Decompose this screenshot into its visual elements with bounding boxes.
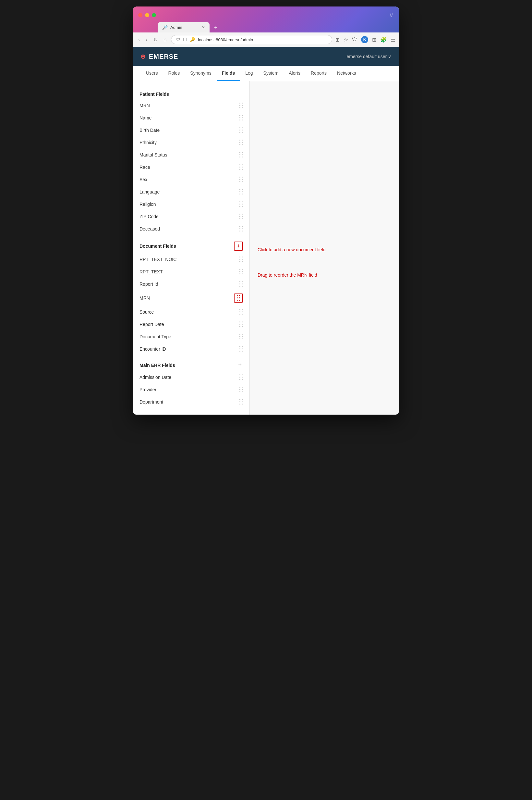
document-section-title: Document Fields <box>139 243 176 249</box>
address-bar[interactable]: 🛡 ☐ 🔑 localhost:8080/emerse/admin <box>171 35 332 44</box>
right-panel: Click to add a new document field Drag t… <box>250 81 399 415</box>
maximize-button[interactable] <box>152 13 156 17</box>
active-tab[interactable]: 🔎 Admin ✕ <box>158 22 210 33</box>
field-label: Marital Status <box>139 152 167 158</box>
drag-handle-icon[interactable] <box>240 334 243 340</box>
extensions2-icon[interactable]: 🧩 <box>380 37 387 43</box>
close-button[interactable] <box>138 13 142 17</box>
drag-handle-icon[interactable] <box>240 164 243 170</box>
browser-titlebar: ∨ 🔎 Admin ✕ + <box>133 6 399 33</box>
tab-users[interactable]: Users <box>141 66 163 81</box>
drag-handle-icon[interactable] <box>240 152 243 158</box>
home-button[interactable]: ⌂ <box>162 36 168 43</box>
refresh-button[interactable]: ↻ <box>152 36 159 43</box>
minimize-button[interactable] <box>145 13 149 17</box>
list-item[interactable]: Name <box>133 112 249 124</box>
profile-icon[interactable]: K <box>361 36 368 43</box>
list-item[interactable]: RPT_TEXT_NOIC <box>133 253 249 266</box>
new-tab-button[interactable]: + <box>211 23 221 33</box>
list-item[interactable]: Encounter ID <box>133 343 249 355</box>
grid-icon[interactable]: ⊞ <box>372 37 376 43</box>
list-item[interactable]: Marital Status <box>133 149 249 161</box>
tab-networks[interactable]: Networks <box>332 66 361 81</box>
add-document-hint: Click to add a new document field <box>258 247 325 252</box>
mrn-drag-hint: Drag to reorder the MRN field <box>258 272 317 278</box>
patient-section-title: Patient Fields <box>139 92 169 97</box>
drag-handle-icon[interactable] <box>240 189 243 195</box>
drag-handle-icon[interactable] <box>240 127 243 133</box>
field-label: Source <box>139 309 154 315</box>
patient-fields-header: Patient Fields <box>133 88 249 99</box>
list-item[interactable]: Deceased <box>133 223 249 235</box>
list-item[interactable]: Document Type <box>133 330 249 343</box>
content-area: Patient Fields MRN Name Birth Date Ethni… <box>133 81 399 415</box>
tab-close-icon[interactable]: ✕ <box>202 25 205 30</box>
field-label: Department <box>139 399 163 404</box>
drag-handle-icon[interactable] <box>240 399 243 405</box>
toolbar-icons: ⊞ ☆ 🛡 K ⊞ 🧩 ☰ <box>336 36 395 43</box>
add-ehr-field-button[interactable]: + <box>237 362 243 368</box>
drag-handle-icon[interactable] <box>240 322 243 327</box>
address-bar-row: ‹ › ↻ ⌂ 🛡 ☐ 🔑 localhost:8080/emerse/admi… <box>133 33 399 47</box>
drag-handle-icon[interactable] <box>240 214 243 219</box>
user-menu[interactable]: emerse default user ∨ <box>346 54 391 59</box>
drag-handle-icon[interactable] <box>240 226 243 232</box>
drag-handle-icon[interactable] <box>240 177 243 182</box>
tab-log[interactable]: Log <box>240 66 258 81</box>
menu-icon[interactable]: ☰ <box>391 37 395 43</box>
list-item[interactable]: Birth Date <box>133 124 249 137</box>
list-item[interactable]: Race <box>133 161 249 174</box>
drag-handle-icon[interactable] <box>240 140 243 145</box>
drag-handle-icon[interactable] <box>240 269 243 275</box>
field-label: Race <box>139 165 150 170</box>
bookmark-icon[interactable]: ☆ <box>344 37 348 43</box>
drag-handle-mrn-icon[interactable] <box>234 293 243 303</box>
field-label: Sex <box>139 177 147 182</box>
tab-bar: 🔎 Admin ✕ + <box>158 22 394 33</box>
tab-system[interactable]: System <box>258 66 284 81</box>
drag-handle-icon[interactable] <box>240 309 243 315</box>
list-item[interactable]: Report Id <box>133 278 249 290</box>
extensions-icon[interactable]: ⊞ <box>336 37 340 43</box>
list-item[interactable]: Language <box>133 186 249 198</box>
field-label: Encounter ID <box>139 346 166 352</box>
list-item[interactable]: Ethnicity <box>133 137 249 149</box>
app-logo: ə EMERSE <box>141 52 178 61</box>
list-item[interactable]: Admission Date <box>133 371 249 383</box>
list-item[interactable]: Religion <box>133 198 249 211</box>
tab-roles[interactable]: Roles <box>163 66 185 81</box>
list-item[interactable]: Department <box>133 396 249 408</box>
left-panel: Patient Fields MRN Name Birth Date Ethni… <box>133 81 250 415</box>
drag-handle-icon[interactable] <box>240 374 243 380</box>
field-label: Provider <box>139 387 156 392</box>
drag-handle-icon[interactable] <box>240 346 243 352</box>
traffic-lights <box>138 13 156 17</box>
field-label: Report Date <box>139 322 164 327</box>
drag-handle-icon[interactable] <box>240 387 243 393</box>
list-item[interactable]: Source <box>133 306 249 318</box>
list-item[interactable]: Provider <box>133 383 249 396</box>
add-document-field-button[interactable]: + <box>234 241 243 251</box>
list-item[interactable]: Report Date <box>133 318 249 330</box>
drag-handle-icon[interactable] <box>240 201 243 207</box>
list-item[interactable]: MRN <box>133 99 249 112</box>
tab-reports[interactable]: Reports <box>306 66 332 81</box>
drag-handle-icon[interactable] <box>240 103 243 108</box>
list-item[interactable]: RPT_TEXT <box>133 266 249 278</box>
list-item[interactable]: ZIP Code <box>133 211 249 223</box>
mrn-document-row[interactable]: MRN <box>133 290 249 306</box>
tab-synonyms[interactable]: Synonyms <box>185 66 216 81</box>
drag-handle-icon[interactable] <box>240 281 243 287</box>
list-item[interactable]: Sex <box>133 174 249 186</box>
forward-button[interactable]: › <box>144 36 149 43</box>
field-label: Ethnicity <box>139 140 157 145</box>
tab-alerts[interactable]: Alerts <box>284 66 306 81</box>
drag-handle-icon[interactable] <box>240 115 243 121</box>
back-button[interactable]: ‹ <box>137 36 141 43</box>
shield-icon[interactable]: 🛡 <box>352 37 357 42</box>
field-label: Admission Date <box>139 375 171 380</box>
drag-handle-icon[interactable] <box>240 256 243 262</box>
nav-tabs: Users Roles Synonyms Fields Log System A… <box>133 66 399 81</box>
tab-fields[interactable]: Fields <box>217 66 240 81</box>
address-text: localhost:8080/emerse/admin <box>198 37 327 42</box>
